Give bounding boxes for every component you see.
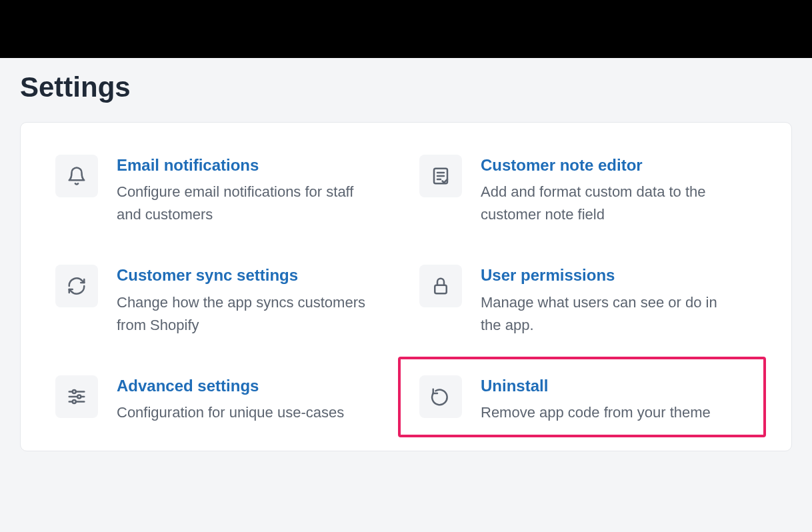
setting-desc: Manage what users can see or do in the a… [481, 291, 734, 337]
settings-card: Email notifications Configure email noti… [20, 122, 792, 451]
setting-text: Advanced settings Configuration for uniq… [117, 375, 344, 424]
setting-customer-note-editor[interactable]: Customer note editor Add and format cust… [419, 155, 757, 226]
setting-text: Customer note editor Add and format cust… [481, 155, 734, 226]
highlight-box: Uninstall Remove app code from your them… [398, 357, 766, 437]
setting-customer-sync[interactable]: Customer sync settings Change how the ap… [55, 265, 393, 336]
setting-text: Customer sync settings Change how the ap… [117, 265, 370, 336]
settings-grid: Email notifications Configure email noti… [55, 155, 757, 424]
setting-desc: Configuration for unique use-cases [117, 401, 344, 424]
page-title: Settings [20, 71, 792, 103]
setting-user-permissions[interactable]: User permissions Manage what users can s… [419, 265, 757, 336]
setting-desc: Add and format custom data to the custom… [481, 181, 734, 226]
svg-point-8 [77, 395, 81, 398]
svg-rect-4 [435, 285, 447, 294]
lock-icon [419, 265, 462, 307]
setting-desc: Remove app code from your theme [481, 401, 711, 424]
setting-title: Customer note editor [481, 155, 734, 175]
setting-text: Email notifications Configure email noti… [117, 155, 370, 226]
top-bar [0, 0, 812, 58]
sliders-icon [55, 375, 98, 418]
setting-title: Advanced settings [117, 375, 344, 396]
setting-title: Customer sync settings [117, 265, 370, 285]
setting-email-notifications[interactable]: Email notifications Configure email noti… [55, 155, 393, 226]
setting-title: Uninstall [481, 375, 711, 396]
undo-icon [419, 375, 462, 418]
setting-desc: Change how the app syncs customers from … [117, 291, 370, 337]
note-icon [419, 155, 462, 197]
setting-desc: Configure email notifications for staff … [117, 181, 370, 226]
setting-advanced[interactable]: Advanced settings Configuration for uniq… [55, 375, 393, 424]
svg-point-10 [73, 400, 76, 403]
svg-point-6 [73, 390, 76, 393]
sync-icon [55, 265, 98, 307]
setting-text: User permissions Manage what users can s… [481, 265, 734, 336]
bell-icon [55, 155, 98, 197]
settings-page: Settings Email notifications Configure e… [0, 58, 812, 465]
setting-title: Email notifications [117, 155, 370, 175]
setting-title: User permissions [481, 265, 734, 285]
setting-text: Uninstall Remove app code from your them… [481, 375, 711, 424]
setting-uninstall[interactable]: Uninstall Remove app code from your them… [419, 375, 757, 424]
